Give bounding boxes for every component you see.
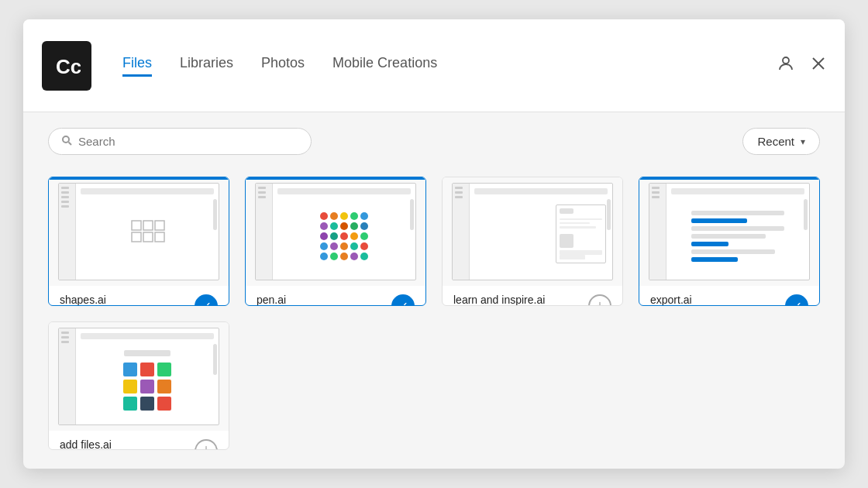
file-info: pen.ai 147.89 KB, 04/10/2017 ✓ — [246, 286, 425, 306]
file-info: shapes.ai 104.9 KB, 04/10/2017 ✓ — [49, 286, 229, 306]
close-icon[interactable] — [811, 56, 826, 76]
header: Cc Files Libraries Photos Mobile Creatio… — [23, 19, 845, 112]
svg-point-1 — [783, 57, 789, 64]
tab-photos[interactable]: Photos — [261, 55, 305, 77]
file-name: export.ai — [650, 294, 779, 306]
list-item[interactable]: learn and inspire.ai 161.36 KB, 04/10/20… — [442, 177, 623, 306]
tab-files[interactable]: Files — [122, 55, 152, 77]
svg-rect-11 — [155, 232, 164, 242]
file-select-button[interactable]: ✓ — [785, 294, 808, 306]
nav-tabs: Files Libraries Photos Mobile Creations — [122, 55, 777, 77]
list-item[interactable]: pen.ai 147.89 KB, 04/10/2017 ✓ — [245, 177, 426, 306]
svg-point-4 — [63, 136, 69, 143]
app-window: Cc Files Libraries Photos Mobile Creatio… — [23, 19, 845, 469]
file-thumbnail-learn — [443, 177, 622, 286]
file-thumbnail-pen — [246, 177, 425, 286]
svg-rect-7 — [143, 221, 153, 230]
file-thumbnail-addfiles — [49, 322, 229, 431]
file-thumbnail-shapes — [49, 177, 229, 286]
sort-dropdown[interactable]: Recent ▾ — [742, 128, 820, 155]
file-info: export.ai 144.51 KB, 04/10/2017 ✓ — [639, 286, 819, 306]
list-item[interactable]: shapes.ai 104.9 KB, 04/10/2017 ✓ — [48, 177, 229, 306]
file-info: add files.ai 175.33 KB, 04/10/2017 + — [49, 431, 229, 451]
tab-mobile-creations[interactable]: Mobile Creations — [332, 55, 437, 77]
tab-libraries[interactable]: Libraries — [180, 55, 233, 77]
file-name: add files.ai — [60, 438, 188, 451]
header-actions — [777, 54, 826, 77]
svg-line-5 — [69, 143, 72, 146]
toolbar: Recent ▾ — [23, 112, 845, 170]
search-box — [48, 128, 312, 155]
svg-rect-6 — [132, 221, 141, 230]
file-info: learn and inspire.ai 161.36 KB, 04/10/20… — [443, 286, 622, 306]
chevron-down-icon: ▾ — [801, 136, 805, 147]
search-input[interactable] — [78, 135, 298, 148]
file-name: learn and inspire.ai — [453, 294, 582, 306]
svg-rect-9 — [132, 232, 141, 242]
file-add-button[interactable]: + — [588, 294, 611, 306]
file-grid: shapes.ai 104.9 KB, 04/10/2017 ✓ — [23, 170, 845, 469]
svg-text:Cc: Cc — [56, 55, 81, 78]
list-item[interactable]: add files.ai 175.33 KB, 04/10/2017 + — [48, 321, 229, 451]
file-name: pen.ai — [257, 294, 385, 306]
svg-rect-10 — [143, 232, 153, 242]
file-select-button[interactable]: ✓ — [195, 294, 218, 306]
list-item[interactable]: export.ai 144.51 KB, 04/10/2017 ✓ — [639, 177, 820, 306]
search-icon — [61, 135, 72, 148]
logo: Cc — [42, 41, 91, 91]
file-thumbnail-export — [639, 177, 819, 286]
creative-cloud-icon: Cc — [53, 52, 81, 80]
sort-label: Recent — [757, 135, 794, 148]
file-select-button[interactable]: ✓ — [391, 294, 415, 306]
svg-rect-8 — [155, 221, 164, 230]
file-add-button[interactable]: + — [195, 439, 218, 451]
file-name: shapes.ai — [60, 294, 188, 306]
user-icon[interactable] — [777, 54, 795, 77]
